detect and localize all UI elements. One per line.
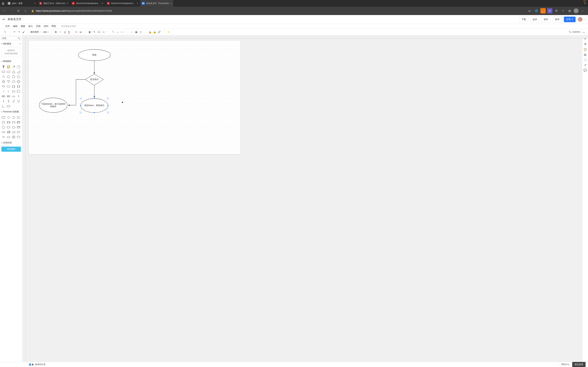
back-button[interactable]: ← <box>1 8 7 14</box>
flowchart-shape[interactable] <box>17 125 21 129</box>
connection-point[interactable] <box>94 112 95 113</box>
comment-icon[interactable]: 💬 <box>583 68 588 73</box>
layers-icon[interactable]: ▤ <box>583 52 588 57</box>
diagram-page[interactable]: 登陆 是否成功 不返回token，账号或者密 码错误 返回token，登陆成功 <box>29 41 241 154</box>
line-color-icon[interactable]: ✎▾ <box>93 30 97 34</box>
page-icon[interactable]: 📄 <box>583 57 588 62</box>
menu-item[interactable]: 排列 <box>44 25 48 28</box>
more-icon[interactable]: ⋯ <box>580 8 585 13</box>
connection-point[interactable] <box>94 98 95 99</box>
basic-shape[interactable] <box>17 75 21 79</box>
flowchart-shape[interactable] <box>12 135 16 139</box>
feedback-button[interactable]: 提交反馈 <box>572 362 586 367</box>
lane-shapes-header[interactable]: ▾ 泳池/泳道 <box>0 140 22 145</box>
flowchart-shape[interactable] <box>17 115 21 119</box>
flowchart-shape[interactable] <box>1 115 6 119</box>
send-back-icon[interactable]: ▢ <box>138 30 143 34</box>
redo-icon[interactable]: ↷ <box>17 30 21 34</box>
bold-icon[interactable]: B <box>54 30 58 34</box>
basic-shape[interactable] <box>17 89 21 93</box>
basic-shape[interactable] <box>17 70 21 74</box>
line-width-icon[interactable]: ☰▾ <box>97 30 102 34</box>
connector-type-icon[interactable]: └▾ <box>111 30 115 34</box>
basic-shape[interactable] <box>17 65 21 69</box>
download-button[interactable]: 下载 <box>519 17 528 22</box>
user-menu-caret-icon[interactable]: ▾ <box>585 18 586 20</box>
tab-close-icon[interactable]: × <box>170 2 172 5</box>
flowchart-shape[interactable] <box>12 115 16 119</box>
reload-button[interactable]: ⟳ <box>15 8 21 14</box>
document-title[interactable]: 未命名文件 <box>8 17 22 21</box>
basic-shape[interactable] <box>12 80 16 84</box>
selection-handle[interactable] <box>107 112 109 113</box>
app-back-icon[interactable]: ↩ <box>2 17 5 21</box>
browser-tab[interactable]: GServer/src/main/java/com/null…× <box>70 0 105 7</box>
translate-icon[interactable]: 🌐 <box>534 8 539 13</box>
basic-shapes-header[interactable]: ▾ 基础图形 <box>0 59 22 64</box>
selection-handle[interactable] <box>80 98 81 99</box>
magic-icon[interactable]: ✨ <box>166 30 171 34</box>
clipboard-icon[interactable]: 📋 <box>583 47 588 52</box>
flowchart-shape[interactable] <box>12 130 16 134</box>
basic-shape[interactable] <box>7 104 11 108</box>
basic-shape[interactable] <box>1 84 6 89</box>
flowchart-shape[interactable] <box>17 120 21 125</box>
user-avatar[interactable] <box>578 17 583 22</box>
collections-icon[interactable]: ▧ <box>567 8 572 13</box>
basic-shape[interactable]: { } <box>12 84 16 89</box>
menu-item[interactable]: 帮助 <box>52 25 56 28</box>
basic-shape[interactable] <box>12 75 16 79</box>
basic-shape[interactable] <box>12 99 16 103</box>
flowchart-shape[interactable] <box>1 120 6 125</box>
basic-shape[interactable] <box>7 99 11 103</box>
connection-point[interactable] <box>80 105 81 106</box>
browser-tab[interactable]: G我的工作台 - Gitee.com× <box>37 0 70 7</box>
italic-icon[interactable]: I <box>58 30 62 34</box>
browser-tab[interactable]: On未命名文件 - ProcessOn× <box>140 0 173 7</box>
profile-avatar[interactable] <box>574 8 579 13</box>
tab-close-icon[interactable]: × <box>67 2 68 5</box>
flowchart-shape[interactable] <box>12 120 16 125</box>
basic-shape[interactable] <box>7 89 11 93</box>
basic-shape[interactable]: [ ] <box>17 84 21 89</box>
flowchart-shape[interactable] <box>1 125 6 129</box>
basic-shape[interactable] <box>7 65 11 69</box>
basic-shape[interactable] <box>17 99 21 103</box>
basic-shape[interactable] <box>1 99 6 103</box>
feature-search[interactable]: 🔍功能查找 <box>569 31 580 33</box>
menu-item[interactable]: 文件 <box>5 25 10 28</box>
flowchart-shape[interactable] <box>7 135 11 139</box>
home-button[interactable]: ⌂ <box>22 8 28 14</box>
basic-shape[interactable] <box>7 70 11 74</box>
underline-icon[interactable]: U <box>63 30 67 34</box>
tab-close-icon[interactable]: × <box>137 2 138 5</box>
lock-icon[interactable]: 🔒 <box>148 30 152 34</box>
style-panel-icon[interactable]: 🖥 <box>583 42 588 47</box>
extensions-icon[interactable]: ⚙ <box>554 8 559 13</box>
new-tab-button[interactable]: + <box>582 1 588 5</box>
my-shapes-header[interactable]: ▾ 我的图形 ✎ <box>0 41 22 46</box>
meeting-button[interactable]: 会议 <box>530 17 539 22</box>
basic-shape[interactable] <box>12 65 16 69</box>
connection-point[interactable] <box>94 95 95 96</box>
flowchart-shape[interactable] <box>7 115 11 119</box>
fill-color-icon[interactable]: ◧▾ <box>88 30 92 34</box>
basic-shape[interactable] <box>1 80 6 84</box>
basic-shape[interactable] <box>7 94 11 98</box>
basic-shape[interactable]: T <box>1 65 6 69</box>
history-icon[interactable]: ↺ <box>583 63 588 67</box>
basic-shape[interactable] <box>1 75 6 79</box>
more-shapes-button[interactable]: 更多图形 <box>1 147 21 152</box>
favorites-icon[interactable]: ✧ <box>560 8 566 13</box>
flowchart-shape[interactable] <box>12 125 16 129</box>
link-icon[interactable]: 🔗 <box>157 30 161 34</box>
menu-item[interactable]: 页面 <box>36 25 41 28</box>
basic-shape[interactable] <box>1 89 6 93</box>
help-center-button[interactable]: 帮助中心 <box>559 362 572 367</box>
browser-tab[interactable]: Qgitee - 搜索× <box>6 0 37 7</box>
selection-handle[interactable] <box>80 112 81 113</box>
tab-close-icon[interactable]: × <box>34 2 35 5</box>
publish-button[interactable]: 发布 <box>553 17 562 22</box>
edit-icon[interactable]: ✎ <box>19 43 21 45</box>
ext-icon-2[interactable]: JH <box>547 8 552 13</box>
